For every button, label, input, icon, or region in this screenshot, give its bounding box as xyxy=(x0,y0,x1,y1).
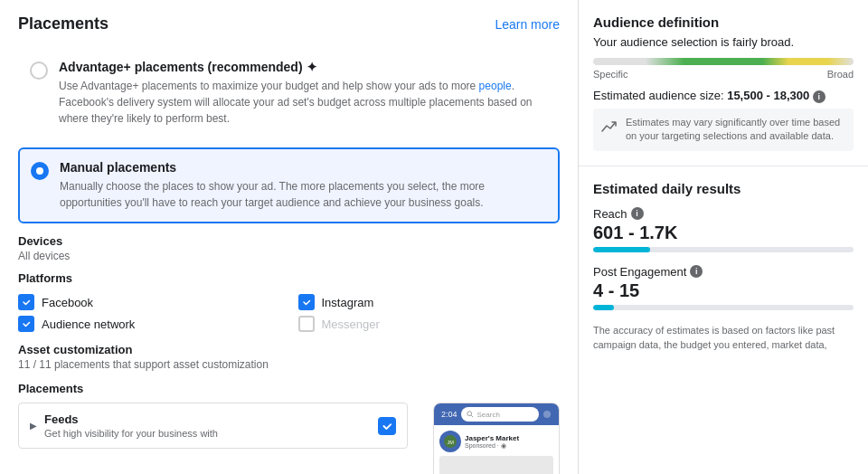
jaspers-market-icon: JM xyxy=(444,435,457,448)
manual-desc: Manually choose the places to show your … xyxy=(60,178,547,211)
reach-bar-track xyxy=(593,247,854,252)
reach-value: 601 - 1.7K xyxy=(593,223,854,243)
feeds-row[interactable]: ▶ Feeds Get high visibility for your bus… xyxy=(18,403,408,449)
feeds-label: Feeds xyxy=(44,412,218,426)
asset-customization-section: Asset customization 11 / 11 placements t… xyxy=(18,343,560,371)
checkmark-icon xyxy=(22,319,31,328)
manual-content: Manual placements Manually choose the pl… xyxy=(60,160,547,211)
feeds-description: Get high visibility for your business wi… xyxy=(44,428,218,439)
page-title: Placements xyxy=(18,14,108,33)
devices-section: Devices All devices xyxy=(18,234,560,262)
asset-customization-sublabel: 11 / 11 placements that support asset cu… xyxy=(18,358,560,371)
learn-more-link[interactable]: Learn more xyxy=(495,17,560,32)
platform-audience-network[interactable]: Audience network xyxy=(18,316,280,332)
post-engagement-bar-fill xyxy=(593,305,614,310)
instagram-label: Instagram xyxy=(322,296,374,309)
estimates-chart-icon xyxy=(600,118,618,140)
main-header: Placements Learn more xyxy=(18,14,560,33)
audience-broad-label: Broad xyxy=(827,69,854,80)
audience-subtitle: Your audience selection is fairly broad. xyxy=(593,35,854,49)
feeds-left: ▶ Feeds Get high visibility for your bus… xyxy=(30,412,218,439)
audience-definition-section: Audience definition Your audience select… xyxy=(579,0,868,166)
advantage-content: Advantage+ placements (recommended) ✦ Us… xyxy=(59,60,548,127)
audience-size: Estimated audience size: 15,500 - 18,300… xyxy=(593,89,854,103)
svg-point-2 xyxy=(543,411,551,418)
feeds-checkmark-icon xyxy=(382,421,392,431)
checkmark-icon xyxy=(22,298,31,307)
phone-menu-icon xyxy=(542,410,552,419)
phone-ad-name: Jasper's Market xyxy=(465,434,519,442)
phone-search-bar: Search xyxy=(461,407,539,422)
audience-bar-labels: Specific Broad xyxy=(593,69,854,80)
phone-search-icon xyxy=(467,411,474,418)
platforms-section: Platforms Facebook Instagram Audience ne… xyxy=(18,271,560,332)
main-panel: Placements Learn more Advantage+ placeme… xyxy=(0,0,579,474)
feeds-expand-icon[interactable]: ▶ xyxy=(30,421,37,431)
estimates-text: Estimates may vary significantly over ti… xyxy=(626,116,846,144)
post-engagement-info-icon[interactable]: i xyxy=(690,265,703,278)
devices-value: All devices xyxy=(18,250,560,262)
phone-time: 2:04 xyxy=(441,410,458,419)
svg-text:JM: JM xyxy=(448,440,455,445)
manual-title: Manual placements xyxy=(60,160,547,175)
phone-content: JM Jasper's Market Sponsored · ◉ xyxy=(434,425,559,474)
messenger-label: Messenger xyxy=(322,318,380,331)
audience-size-info-icon[interactable]: i xyxy=(813,90,826,103)
manual-placement-option[interactable]: Manual placements Manually choose the pl… xyxy=(18,147,560,223)
feeds-info: Feeds Get high visibility for your busin… xyxy=(44,412,218,439)
checkmark-icon xyxy=(302,298,311,307)
audience-title: Audience definition xyxy=(593,14,854,30)
phone-ad-image xyxy=(439,456,553,474)
instagram-checkbox[interactable] xyxy=(298,294,315,310)
platform-grid: Facebook Instagram Audience network Mess… xyxy=(18,294,560,332)
advantage-radio[interactable] xyxy=(30,62,48,80)
svg-line-1 xyxy=(471,415,473,417)
audience-bar-track xyxy=(593,58,854,65)
platform-facebook[interactable]: Facebook xyxy=(18,294,280,310)
platform-instagram[interactable]: Instagram xyxy=(298,294,561,310)
platform-messenger[interactable]: Messenger xyxy=(298,316,561,332)
estimates-note: Estimates may vary significantly over ti… xyxy=(593,109,854,151)
phone-ad-info: Jasper's Market Sponsored · ◉ xyxy=(465,434,519,450)
advantage-placement-option[interactable]: Advantage+ placements (recommended) ✦ Us… xyxy=(18,48,560,138)
phone-top-bar: 2:04 Search xyxy=(434,403,559,425)
advantage-title: Advantage+ placements (recommended) ✦ xyxy=(59,60,548,74)
phone-search-text: Search xyxy=(477,411,500,419)
reach-bar-fill xyxy=(593,247,650,252)
feeds-column: ▶ Feeds Get high visibility for your bus… xyxy=(18,403,408,454)
reach-metric: Reach i 601 - 1.7K xyxy=(593,207,854,252)
audience-network-checkbox[interactable] xyxy=(18,316,34,332)
reach-label: Reach i xyxy=(593,207,854,221)
messenger-checkbox[interactable] xyxy=(298,316,315,332)
post-engagement-bar-track xyxy=(593,305,854,310)
placements-sublabel: Placements xyxy=(18,382,560,395)
reach-info-icon[interactable]: i xyxy=(631,207,644,220)
facebook-checkbox[interactable] xyxy=(18,294,34,310)
accuracy-note: The accuracy of estimates is based on fa… xyxy=(593,323,854,353)
post-engagement-metric: Post Engagement i 4 - 15 xyxy=(593,265,854,310)
audience-network-label: Audience network xyxy=(42,318,135,331)
placements-content: ▶ Feeds Get high visibility for your bus… xyxy=(18,403,560,474)
platforms-label: Platforms xyxy=(18,271,560,285)
daily-results-title: Estimated daily results xyxy=(593,181,854,196)
post-engagement-label: Post Engagement i xyxy=(593,265,854,279)
daily-results-section: Estimated daily results Reach i 601 - 1.… xyxy=(579,166,868,367)
phone-avatar: JM xyxy=(439,431,461,452)
audience-bar: Specific Broad xyxy=(593,58,854,80)
feeds-checkbox[interactable] xyxy=(378,417,396,435)
asset-customization-label: Asset customization xyxy=(18,343,560,356)
phone-ad-header: JM Jasper's Market Sponsored · ◉ xyxy=(439,431,553,452)
audience-specific-label: Specific xyxy=(593,69,628,80)
post-engagement-value: 4 - 15 xyxy=(593,280,854,301)
right-panel: Audience definition Your audience select… xyxy=(579,0,868,474)
manual-radio[interactable] xyxy=(31,162,49,180)
placements-subsection: Placements ▶ Feeds Get high visibility f… xyxy=(18,382,560,474)
facebook-label: Facebook xyxy=(42,296,93,309)
phone-ad-tag: Sponsored · ◉ xyxy=(465,442,519,450)
advantage-desc: Use Advantage+ placements to maximize yo… xyxy=(59,78,548,127)
svg-point-0 xyxy=(467,412,471,416)
phone-preview: 2:04 Search JM xyxy=(433,403,560,474)
devices-label: Devices xyxy=(18,234,560,248)
chart-icon xyxy=(600,118,618,136)
